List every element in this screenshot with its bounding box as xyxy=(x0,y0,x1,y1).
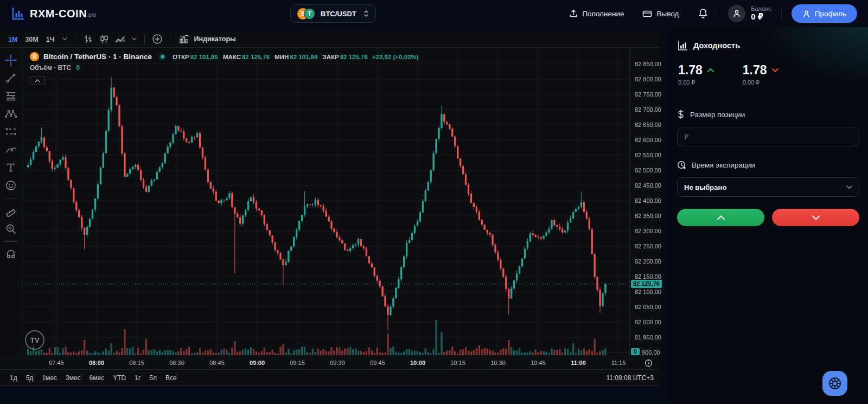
interval-button-1М[interactable]: 1М xyxy=(4,34,21,45)
yield-up-value: 1.78 xyxy=(678,63,703,78)
interval-button-30М[interactable]: 30М xyxy=(21,34,42,45)
forecast-icon[interactable] xyxy=(3,125,19,139)
bell-icon xyxy=(698,8,708,19)
expiry-select[interactable]: Не выбрано xyxy=(677,177,859,197)
interval-menu-chevron-icon[interactable] xyxy=(62,37,67,41)
price-label: 82 200,00 xyxy=(635,258,661,265)
clock-utc[interactable]: 11:09:08 UTC+3 xyxy=(607,374,654,382)
range-button-6мес[interactable]: 6мес xyxy=(86,373,108,383)
yield-up-block: 1.78 0.00 ₽ xyxy=(678,63,714,86)
yield-down-chevron-icon xyxy=(771,68,779,73)
logo-chart-icon xyxy=(11,7,25,21)
crosshair-icon[interactable] xyxy=(3,53,19,67)
zoom-tool-icon[interactable] xyxy=(3,222,19,236)
range-button-YTD[interactable]: YTD xyxy=(110,373,129,383)
sell-down-button[interactable] xyxy=(772,209,859,226)
toolbar-divider xyxy=(144,34,145,44)
interval-button-1Ч[interactable]: 1Ч xyxy=(42,34,59,45)
range-button-Все[interactable]: Все xyxy=(162,373,180,383)
legend-collapse-button[interactable] xyxy=(30,76,45,85)
range-button-1д[interactable]: 1д xyxy=(7,373,21,383)
range-button-5д[interactable]: 5д xyxy=(23,373,37,383)
deposit-icon xyxy=(569,9,578,18)
time-label: 09:30 xyxy=(330,360,345,366)
toolbar-divider xyxy=(170,34,170,44)
chart-widget: 1М30М1Ч xyxy=(0,31,659,386)
trend-line-icon[interactable] xyxy=(3,71,19,85)
withdraw-label: Вывод xyxy=(656,10,679,18)
magnet-icon[interactable] xyxy=(3,247,19,261)
fib-retracement-icon[interactable] xyxy=(3,89,19,103)
time-label: 10:00 xyxy=(410,360,425,366)
pair-selector[interactable]: B T BTC/USDT xyxy=(290,4,376,23)
indicators-button[interactable]: Индикаторы xyxy=(176,33,239,46)
symbol-title[interactable]: Bitcoin / TetherUS · 1 · Binance xyxy=(43,53,152,61)
balance-label: Баланс xyxy=(751,5,771,12)
expiry-header: Время экспирации xyxy=(677,161,859,170)
candlestick-chart[interactable]: B Bitcoin / TetherUS · 1 · Binance ОТКР8… xyxy=(22,48,629,356)
range-button-5л[interactable]: 5л xyxy=(146,373,160,383)
price-scale[interactable]: 82 850,0082 800,0082 750,0082 700,0082 6… xyxy=(629,48,659,356)
market-status-icon xyxy=(158,53,166,61)
brush-icon[interactable] xyxy=(3,143,19,157)
area-style-icon[interactable] xyxy=(113,33,127,46)
volume-row: Объём · BTC 0 xyxy=(30,64,418,72)
header-divider xyxy=(781,7,782,21)
deposit-button[interactable]: Пополнение xyxy=(569,9,624,18)
user-icon xyxy=(732,9,741,18)
avatar[interactable] xyxy=(728,5,745,22)
position-size-header: Размер позиции xyxy=(677,110,859,119)
indicators-label: Индикаторы xyxy=(194,35,235,43)
tradingview-logo[interactable]: TV xyxy=(25,330,44,350)
price-label: 82 100,00 xyxy=(635,288,661,295)
price-change: +23,92 (+0,03%) xyxy=(372,54,419,60)
price-label: 82 550,00 xyxy=(635,152,661,158)
tools-divider xyxy=(4,241,17,242)
time-label: 09:45 xyxy=(370,360,385,366)
last-price-tag: 82 125,76 xyxy=(631,280,662,288)
ohlc-values: ОТКР82 101,85МАКС82 125,76МИН82 101,84ЗА… xyxy=(173,54,368,60)
time-label: 08:45 xyxy=(209,360,225,366)
time-label: 08:00 xyxy=(89,360,104,366)
time-scale[interactable]: 07:4508:0008:1508:3008:4509:0009:1509:30… xyxy=(0,356,659,369)
xabcd-pattern-icon[interactable] xyxy=(3,107,19,121)
range-button-1г[interactable]: 1г xyxy=(131,373,144,383)
position-size-input[interactable] xyxy=(677,127,859,146)
chevron-down-icon xyxy=(846,185,852,189)
time-label: 07:45 xyxy=(49,360,64,366)
candles-style-icon[interactable] xyxy=(97,33,111,46)
volume-label: Объём · BTC xyxy=(30,64,71,72)
yield-down-value: 1.78 xyxy=(743,63,767,78)
down-chevron-icon xyxy=(812,215,820,220)
price-label: 82 350,00 xyxy=(635,213,661,219)
timezone-settings-icon[interactable] xyxy=(644,359,653,367)
yield-up-chevron-icon xyxy=(707,68,714,73)
range-button-1мес[interactable]: 1мес xyxy=(39,373,60,383)
support-button[interactable] xyxy=(822,371,847,396)
profile-button[interactable]: Профиль xyxy=(792,4,857,23)
notifications-button[interactable] xyxy=(698,8,708,19)
withdraw-button[interactable]: Вывод xyxy=(642,10,679,18)
header-divider xyxy=(718,7,718,21)
time-label: 10:45 xyxy=(531,360,546,366)
style-menu-chevron-icon[interactable] xyxy=(132,37,137,41)
balance-value: 0 ₽ xyxy=(751,12,771,22)
ruler-icon[interactable] xyxy=(3,204,19,218)
compare-add-icon[interactable] xyxy=(150,33,164,46)
yield-up-amount: 0.00 ₽ xyxy=(678,79,714,86)
pair-label: BTC/USDT xyxy=(321,10,358,18)
buy-up-button[interactable] xyxy=(677,209,764,226)
range-button-3мес[interactable]: 3мес xyxy=(62,373,84,383)
text-tool-icon[interactable] xyxy=(3,161,19,175)
ohlc-pair: ЗАКР82 125,76 xyxy=(322,54,367,60)
emoji-tool-icon[interactable] xyxy=(3,178,19,193)
price-label: 82 800,00 xyxy=(635,76,661,82)
deposit-label: Пополнение xyxy=(582,10,624,18)
time-label: 10:30 xyxy=(490,360,506,366)
price-label: 82 500,00 xyxy=(635,167,661,174)
bars-style-icon[interactable] xyxy=(81,33,95,46)
app-header: RXM-COIN .pro B T BTC/USDT Пополнение xyxy=(0,0,868,27)
logo[interactable]: RXM-COIN .pro xyxy=(11,7,96,21)
brand-name: RXM-COIN xyxy=(30,8,87,20)
price-label: 82 650,00 xyxy=(635,121,661,128)
